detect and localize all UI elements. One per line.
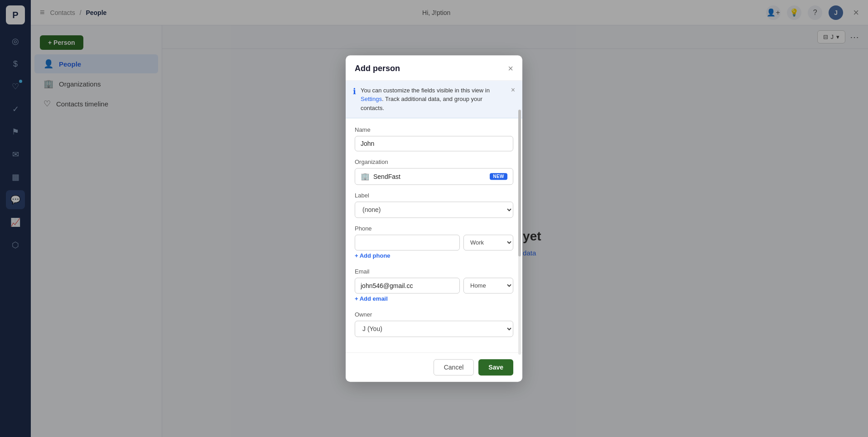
info-banner: ℹ You can customize the fields visible i… [346, 81, 522, 119]
modal-footer: Cancel Save [346, 352, 522, 382]
organization-label: Organization [355, 158, 513, 165]
scroll-track [518, 110, 521, 355]
add-email-button[interactable]: + Add email [355, 293, 388, 304]
cancel-button[interactable]: Cancel [434, 359, 474, 375]
modal-close-button[interactable]: × [508, 63, 513, 74]
organization-field[interactable]: 🏢 SendFast NEW [355, 168, 513, 185]
label-select[interactable]: (none) Hot lead Cold lead Customer [355, 202, 513, 218]
phone-label: Phone [355, 225, 513, 232]
email-label: Email [355, 268, 513, 275]
info-banner-close-button[interactable]: × [511, 86, 515, 94]
name-label: Name [355, 126, 513, 133]
phone-input[interactable] [355, 235, 460, 250]
modal-title: Add person [355, 64, 400, 73]
owner-label: Owner [355, 311, 513, 318]
organization-field-group: Organization 🏢 SendFast NEW [355, 158, 513, 185]
organization-icon: 🏢 [361, 172, 370, 181]
scroll-thumb[interactable] [518, 110, 521, 257]
owner-field-group: Owner J (You) [355, 311, 513, 337]
settings-link[interactable]: Settings [361, 96, 382, 102]
phone-row: Work Home Mobile Other [355, 235, 513, 250]
modal-body: Name Organization 🏢 SendFast NEW Label (… [346, 118, 522, 352]
phone-field-group: Phone Work Home Mobile Other + Add phone [355, 225, 513, 261]
info-icon: ℹ [353, 86, 356, 96]
name-input[interactable] [355, 136, 513, 151]
add-person-modal: Add person × ℹ You can customize the fie… [346, 55, 522, 382]
new-badge: NEW [490, 173, 507, 180]
email-input[interactable] [355, 278, 460, 293]
save-button[interactable]: Save [478, 359, 513, 375]
modal-header: Add person × [346, 55, 522, 81]
info-text: You can customize the fields visible in … [361, 86, 506, 113]
organization-name: SendFast [373, 173, 486, 180]
email-field-group: Email Home Work Other + Add email [355, 268, 513, 304]
email-type-select[interactable]: Home Work Other [463, 278, 513, 293]
owner-select[interactable]: J (You) [355, 321, 513, 337]
name-field-group: Name [355, 126, 513, 151]
label-field-group: Label (none) Hot lead Cold lead Customer [355, 192, 513, 218]
label-label: Label [355, 192, 513, 199]
email-row: Home Work Other [355, 278, 513, 293]
add-phone-button[interactable]: + Add phone [355, 250, 391, 261]
phone-type-select[interactable]: Work Home Mobile Other [463, 235, 513, 250]
